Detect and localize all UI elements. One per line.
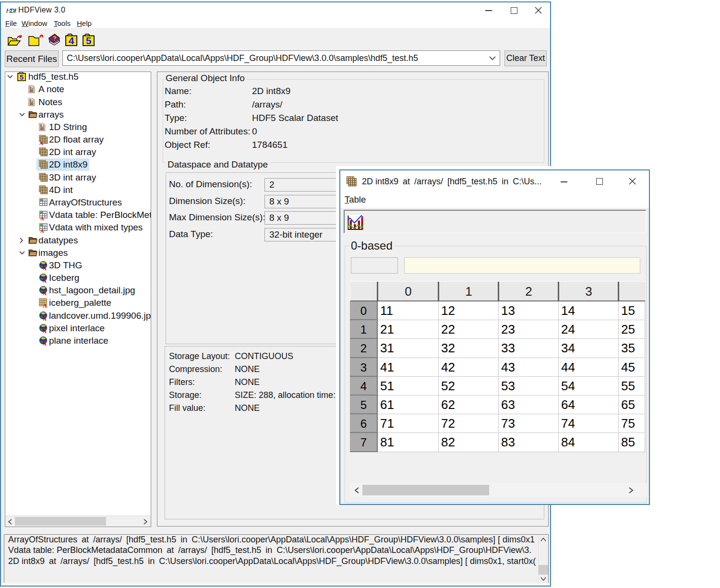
svg-text:HDF: HDF [6, 7, 16, 14]
svg-text:4: 4 [69, 35, 74, 46]
svg-text:5: 5 [86, 35, 92, 46]
